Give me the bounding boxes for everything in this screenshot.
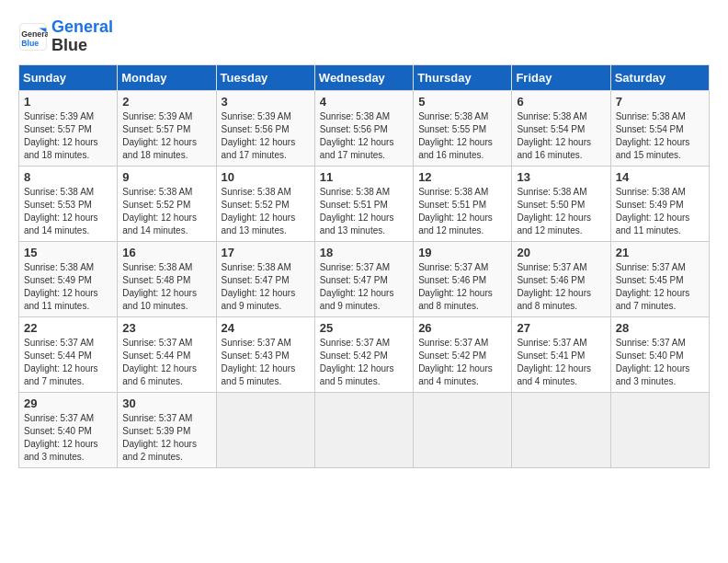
day-number: 2 (122, 95, 210, 109)
calendar-cell: 7Sunrise: 5:38 AM Sunset: 5:54 PM Daylig… (610, 90, 709, 166)
calendar-cell: 8Sunrise: 5:38 AM Sunset: 5:53 PM Daylig… (19, 166, 118, 241)
day-number: 10 (222, 170, 310, 184)
col-header-tuesday: Tuesday (216, 64, 314, 90)
day-info: Sunrise: 5:38 AM Sunset: 5:49 PM Dayligh… (24, 261, 112, 313)
day-info: Sunrise: 5:37 AM Sunset: 5:40 PM Dayligh… (24, 412, 112, 464)
calendar-cell: 27Sunrise: 5:37 AM Sunset: 5:41 PM Dayli… (512, 316, 610, 392)
day-info: Sunrise: 5:37 AM Sunset: 5:47 PM Dayligh… (320, 261, 408, 313)
day-info: Sunrise: 5:38 AM Sunset: 5:55 PM Dayligh… (418, 110, 506, 162)
calendar-cell (610, 392, 709, 467)
day-info: Sunrise: 5:39 AM Sunset: 5:57 PM Dayligh… (24, 110, 112, 162)
calendar-cell: 25Sunrise: 5:37 AM Sunset: 5:42 PM Dayli… (314, 316, 413, 392)
calendar-cell: 24Sunrise: 5:37 AM Sunset: 5:43 PM Dayli… (216, 316, 314, 392)
calendar-cell: 29Sunrise: 5:37 AM Sunset: 5:40 PM Dayli… (19, 392, 118, 467)
day-info: Sunrise: 5:37 AM Sunset: 5:45 PM Dayligh… (616, 261, 704, 313)
calendar-cell: 16Sunrise: 5:38 AM Sunset: 5:48 PM Dayli… (118, 241, 216, 316)
calendar-cell: 19Sunrise: 5:37 AM Sunset: 5:46 PM Dayli… (414, 241, 512, 316)
day-info: Sunrise: 5:38 AM Sunset: 5:51 PM Dayligh… (320, 186, 408, 237)
day-info: Sunrise: 5:38 AM Sunset: 5:51 PM Dayligh… (418, 186, 506, 237)
day-number: 4 (320, 95, 408, 109)
col-header-friday: Friday (512, 64, 610, 90)
calendar-cell: 14Sunrise: 5:38 AM Sunset: 5:49 PM Dayli… (610, 166, 709, 241)
calendar-cell: 5Sunrise: 5:38 AM Sunset: 5:55 PM Daylig… (414, 90, 512, 166)
calendar-cell: 13Sunrise: 5:38 AM Sunset: 5:50 PM Dayli… (512, 166, 610, 241)
week-row-2: 8Sunrise: 5:38 AM Sunset: 5:53 PM Daylig… (19, 166, 710, 241)
day-number: 24 (222, 321, 310, 335)
day-info: Sunrise: 5:38 AM Sunset: 5:47 PM Dayligh… (222, 261, 310, 313)
day-info: Sunrise: 5:38 AM Sunset: 5:49 PM Dayligh… (616, 186, 704, 237)
day-info: Sunrise: 5:37 AM Sunset: 5:40 PM Dayligh… (616, 337, 704, 388)
calendar-header: SundayMondayTuesdayWednesdayThursdayFrid… (19, 64, 710, 90)
day-number: 20 (517, 246, 605, 259)
day-info: Sunrise: 5:38 AM Sunset: 5:52 PM Dayligh… (122, 186, 210, 237)
calendar-cell: 3Sunrise: 5:39 AM Sunset: 5:56 PM Daylig… (216, 90, 314, 166)
week-row-1: 1Sunrise: 5:39 AM Sunset: 5:57 PM Daylig… (19, 90, 710, 166)
day-info: Sunrise: 5:37 AM Sunset: 5:44 PM Dayligh… (24, 337, 112, 388)
calendar-cell (512, 392, 610, 467)
logo: General Blue GeneralBlue (18, 18, 113, 55)
day-info: Sunrise: 5:37 AM Sunset: 5:42 PM Dayligh… (320, 337, 408, 388)
day-info: Sunrise: 5:38 AM Sunset: 5:52 PM Dayligh… (222, 186, 310, 237)
calendar-cell: 21Sunrise: 5:37 AM Sunset: 5:45 PM Dayli… (610, 241, 709, 316)
calendar-cell: 4Sunrise: 5:38 AM Sunset: 5:56 PM Daylig… (314, 90, 413, 166)
day-number: 3 (222, 95, 310, 109)
day-number: 30 (122, 396, 210, 410)
day-number: 1 (24, 95, 112, 109)
day-number: 17 (222, 246, 310, 259)
calendar-body: 1Sunrise: 5:39 AM Sunset: 5:57 PM Daylig… (19, 90, 710, 467)
page-header: General Blue GeneralBlue (18, 18, 710, 55)
calendar-cell: 26Sunrise: 5:37 AM Sunset: 5:42 PM Dayli… (414, 316, 512, 392)
col-header-monday: Monday (118, 64, 216, 90)
day-number: 29 (24, 396, 112, 410)
day-info: Sunrise: 5:38 AM Sunset: 5:48 PM Dayligh… (122, 261, 210, 313)
logo-text: GeneralBlue (51, 18, 113, 55)
day-number: 15 (24, 246, 112, 259)
day-number: 26 (418, 321, 506, 335)
day-number: 5 (418, 95, 506, 109)
calendar-cell: 18Sunrise: 5:37 AM Sunset: 5:47 PM Dayli… (314, 241, 413, 316)
day-info: Sunrise: 5:37 AM Sunset: 5:41 PM Dayligh… (517, 337, 605, 388)
day-number: 27 (517, 321, 605, 335)
col-header-wednesday: Wednesday (314, 64, 413, 90)
day-number: 13 (517, 170, 605, 184)
calendar-cell: 20Sunrise: 5:37 AM Sunset: 5:46 PM Dayli… (512, 241, 610, 316)
calendar-cell: 22Sunrise: 5:37 AM Sunset: 5:44 PM Dayli… (19, 316, 118, 392)
day-number: 16 (122, 246, 210, 259)
week-row-4: 22Sunrise: 5:37 AM Sunset: 5:44 PM Dayli… (19, 316, 710, 392)
calendar-cell: 2Sunrise: 5:39 AM Sunset: 5:57 PM Daylig… (118, 90, 216, 166)
day-number: 6 (517, 95, 605, 109)
calendar-table: SundayMondayTuesdayWednesdayThursdayFrid… (18, 64, 710, 468)
day-number: 7 (616, 95, 704, 109)
day-number: 18 (320, 246, 408, 259)
col-header-saturday: Saturday (610, 64, 709, 90)
week-row-3: 15Sunrise: 5:38 AM Sunset: 5:49 PM Dayli… (19, 241, 710, 316)
day-number: 21 (616, 246, 704, 259)
calendar-cell (216, 392, 314, 467)
calendar-cell (414, 392, 512, 467)
logo-icon: General Blue (18, 22, 48, 52)
calendar-cell: 11Sunrise: 5:38 AM Sunset: 5:51 PM Dayli… (314, 166, 413, 241)
calendar-cell: 9Sunrise: 5:38 AM Sunset: 5:52 PM Daylig… (118, 166, 216, 241)
day-info: Sunrise: 5:38 AM Sunset: 5:54 PM Dayligh… (616, 110, 704, 162)
day-info: Sunrise: 5:39 AM Sunset: 5:56 PM Dayligh… (222, 110, 310, 162)
day-number: 22 (24, 321, 112, 335)
day-number: 19 (418, 246, 506, 259)
calendar-cell: 23Sunrise: 5:37 AM Sunset: 5:44 PM Dayli… (118, 316, 216, 392)
day-info: Sunrise: 5:38 AM Sunset: 5:53 PM Dayligh… (24, 186, 112, 237)
calendar-cell: 12Sunrise: 5:38 AM Sunset: 5:51 PM Dayli… (414, 166, 512, 241)
calendar-cell: 28Sunrise: 5:37 AM Sunset: 5:40 PM Dayli… (610, 316, 709, 392)
day-number: 23 (122, 321, 210, 335)
day-info: Sunrise: 5:37 AM Sunset: 5:46 PM Dayligh… (418, 261, 506, 313)
day-info: Sunrise: 5:38 AM Sunset: 5:54 PM Dayligh… (517, 110, 605, 162)
calendar-cell: 6Sunrise: 5:38 AM Sunset: 5:54 PM Daylig… (512, 90, 610, 166)
day-number: 11 (320, 170, 408, 184)
week-row-5: 29Sunrise: 5:37 AM Sunset: 5:40 PM Dayli… (19, 392, 710, 467)
calendar-cell (314, 392, 413, 467)
day-info: Sunrise: 5:38 AM Sunset: 5:56 PM Dayligh… (320, 110, 408, 162)
day-number: 8 (24, 170, 112, 184)
col-header-sunday: Sunday (19, 64, 118, 90)
svg-text:Blue: Blue (21, 38, 39, 47)
calendar-cell: 1Sunrise: 5:39 AM Sunset: 5:57 PM Daylig… (19, 90, 118, 166)
calendar-cell: 15Sunrise: 5:38 AM Sunset: 5:49 PM Dayli… (19, 241, 118, 316)
day-info: Sunrise: 5:37 AM Sunset: 5:44 PM Dayligh… (122, 337, 210, 388)
